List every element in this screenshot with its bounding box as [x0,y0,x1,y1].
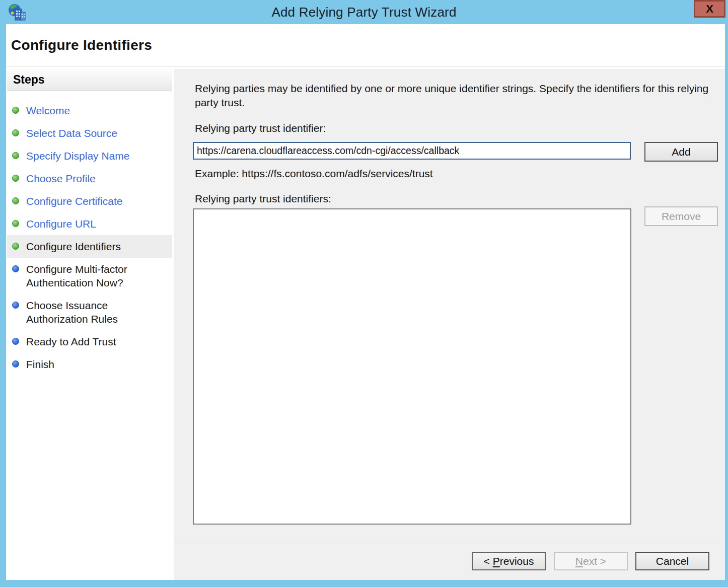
previous-button[interactable]: < Previous [472,552,546,570]
close-button[interactable]: X [694,0,725,18]
step-status-icon [12,338,19,345]
remove-button[interactable]: Remove [644,206,718,226]
sidebar-item-choose-issuance-authorization-rules: Choose Issuance Authorization Rules [7,294,172,330]
sidebar-item-configure-certificate[interactable]: Configure Certificate [7,190,172,212]
step-label: Finish [26,357,54,371]
sidebar-item-configure-multi-factor-authentication-now: Configure Multi-factor Authentication No… [7,258,172,294]
step-status-icon [12,220,19,227]
steps-header: Steps [7,69,172,91]
step-status-icon [12,129,19,136]
content-pane: Relying parties may be identified by one… [174,69,725,543]
step-label: Choose Profile [26,172,96,185]
next-accesskey: N [575,555,583,567]
previous-prefix: < [484,555,493,567]
step-label: Configure Multi-factor Authentication No… [26,262,156,289]
step-status-icon [12,360,19,368]
previous-accesskey: P [493,555,500,567]
title-bar: Add Relying Party Trust Wizard X [0,0,728,24]
step-status-icon [12,243,19,250]
step-label: Welcome [26,104,70,117]
add-button[interactable]: Add [644,142,718,162]
identifiers-list-label: Relying party trust identifiers: [195,193,331,205]
step-label: Configure Identifiers [26,240,121,253]
example-text: Example: https://fs.contoso.com/adfs/ser… [195,168,433,180]
sidebar-item-finish: Finish [7,353,172,376]
next-button[interactable]: Next > [554,552,628,570]
close-icon: X [706,4,713,15]
sidebar-item-choose-profile[interactable]: Choose Profile [7,167,172,190]
adfs-app-icon [7,3,26,22]
step-label: Configure URL [26,217,96,231]
steps-sidebar: Steps WelcomeSelect Data SourceSpecify D… [7,69,172,576]
sidebar-item-welcome[interactable]: Welcome [7,99,172,122]
step-status-icon [12,197,19,204]
sidebar-item-ready-to-add-trust: Ready to Add Trust [7,330,172,353]
step-status-icon [12,107,19,114]
next-rest: ext > [583,555,606,567]
sidebar-item-configure-url[interactable]: Configure URL [7,212,172,235]
step-label: Specify Display Name [26,149,129,163]
footer-button-bar: < Previous Next > Cancel [174,543,725,580]
steps-list: WelcomeSelect Data SourceSpecify Display… [7,91,172,376]
steps-title: Steps [13,73,45,87]
sidebar-item-specify-display-name[interactable]: Specify Display Name [7,144,172,167]
cancel-button[interactable]: Cancel [635,552,709,570]
step-status-icon [12,302,19,309]
page-header: Configure Identifiers [6,24,725,66]
step-label: Configure Certificate [26,194,122,208]
step-label: Choose Issuance Authorization Rules [26,299,156,326]
previous-rest: revious [500,555,534,567]
window-title: Add Relying Party Trust Wizard [271,5,456,20]
step-status-icon [12,152,19,159]
wizard-dialog: Configure Identifiers Steps WelcomeSelec… [6,24,725,580]
sidebar-item-configure-identifiers: Configure Identifiers [7,235,172,258]
step-status-icon [12,265,19,272]
intro-text: Relying parties may be identified by one… [195,82,711,110]
step-label: Select Data Source [26,126,117,140]
step-label: Ready to Add Trust [26,335,116,348]
page-title: Configure Identifiers [11,37,152,53]
identifier-field-label: Relying party trust identifier: [195,122,326,134]
identifiers-listbox[interactable] [193,208,631,525]
step-status-icon [12,175,19,182]
sidebar-item-select-data-source[interactable]: Select Data Source [7,122,172,144]
identifier-input[interactable] [193,142,631,160]
